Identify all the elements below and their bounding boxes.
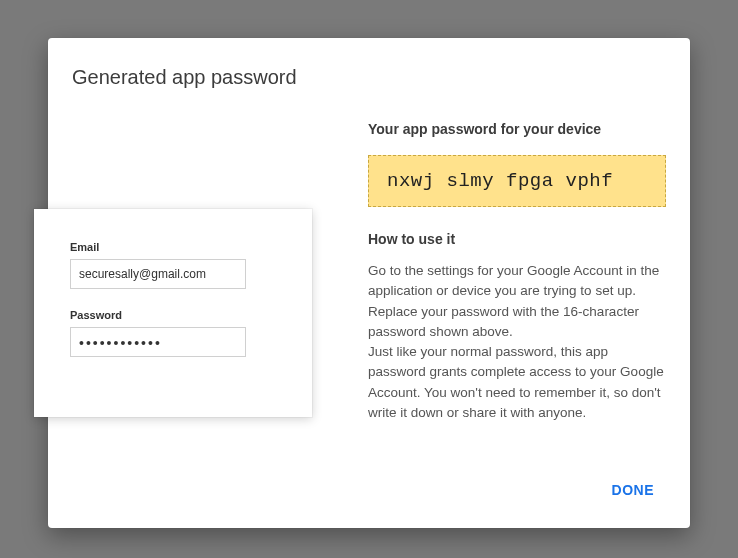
email-label: Email [70,241,286,253]
password-field-group: Password •••••••••••• [70,309,286,357]
howto-heading: How to use it [368,231,666,247]
dialog-body: Email Password •••••••••••• Your app pas… [48,109,690,462]
password-field[interactable]: •••••••••••• [70,327,246,357]
howto-text: Go to the settings for your Google Accou… [368,261,666,423]
howto-paragraph-2: Just like your normal password, this app… [368,344,664,420]
app-password-value[interactable]: nxwj slmy fpga vphf [368,155,666,207]
password-label: Password [70,309,286,321]
app-password-heading: Your app password for your device [368,121,666,137]
email-field[interactable] [70,259,246,289]
email-field-group: Email [70,241,286,289]
app-password-dialog: Generated app password Email Password ••… [48,38,690,528]
instructions-panel: Your app password for your device nxwj s… [344,109,666,462]
done-button[interactable]: DONE [600,474,666,506]
dialog-footer: DONE [48,462,690,528]
howto-paragraph-1: Go to the settings for your Google Accou… [368,263,659,339]
device-login-card: Email Password •••••••••••• [34,209,312,417]
device-preview-panel: Email Password •••••••••••• [48,109,344,462]
dialog-title: Generated app password [48,38,690,109]
